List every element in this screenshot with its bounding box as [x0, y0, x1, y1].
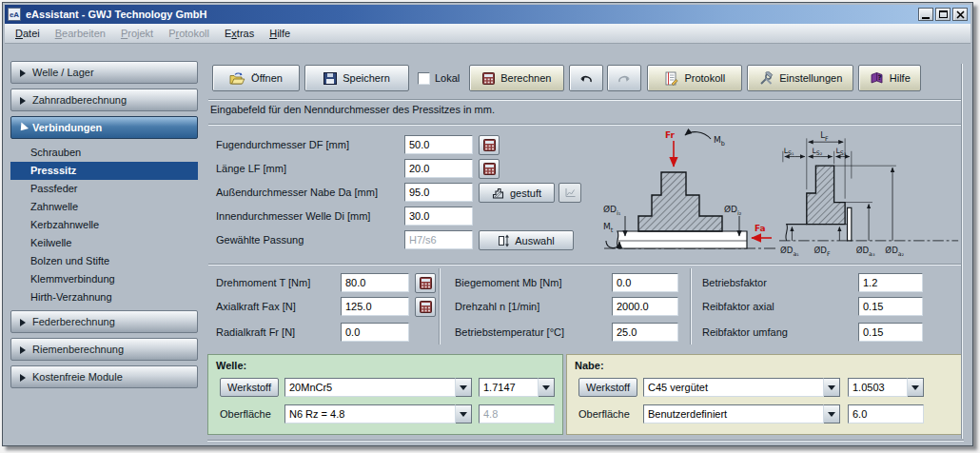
toolbar: Öffnen Speichern Lokal: [210, 64, 921, 92]
help-button[interactable]: ? Hilfe: [858, 65, 921, 91]
dropdown-button[interactable]: [539, 378, 555, 397]
da2-label: ØDa₂: [885, 246, 904, 256]
passung-input[interactable]: H7/s6: [404, 230, 473, 249]
save-button[interactable]: Speichern: [304, 65, 409, 91]
close-button[interactable]: [952, 8, 968, 21]
triangle-right-icon: [20, 97, 26, 105]
biegemoment-input[interactable]: 0.0: [612, 273, 678, 292]
sidebar-section-zahnradberechnung[interactable]: Zahnradberechnung: [10, 89, 198, 111]
drehzahl-input[interactable]: 2000.0: [612, 297, 678, 316]
drehmoment-calc-button[interactable]: [415, 273, 436, 293]
sidebar-item-kerbzahnwelle[interactable]: Kerbzahnwelle: [10, 216, 198, 234]
hub-surface-label: Oberfläche: [578, 404, 630, 423]
axialkraft-calc-button[interactable]: [415, 297, 436, 317]
settings-button[interactable]: Einstellungen: [747, 65, 853, 91]
close-icon: [956, 10, 965, 19]
di1-label: ØDi₁: [603, 205, 621, 217]
sidebar-section-kostenfreie-module[interactable]: Kostenfreie Module: [10, 365, 198, 388]
gestuft-button[interactable]: gestuft: [479, 183, 555, 203]
calculate-button[interactable]: Berechnen: [469, 65, 564, 91]
sidebar-item-passfeder[interactable]: Passfeder: [10, 180, 198, 198]
lf-dimension-label: LF: [820, 130, 829, 141]
dropdown-button[interactable]: [456, 378, 472, 397]
menu-hilfe[interactable]: Hilfe: [262, 24, 298, 44]
chevron-down-icon: [911, 385, 919, 390]
hub-material-number-value: 1.0503: [848, 378, 908, 397]
biegemoment-label: Biegemoment Mb [Nm]: [455, 273, 607, 292]
da3-label: ØDa₃: [856, 246, 875, 256]
sidebar-section-verbindungen[interactable]: Verbindungen: [10, 116, 198, 139]
sidebar-item-schrauben[interactable]: Schrauben: [10, 144, 198, 162]
screen: eA eAssistant - GWJ Technology GmbH Date…: [0, 0, 980, 453]
sidebar-section-federberechnung[interactable]: Federberechnung: [10, 310, 198, 333]
sidebar-section-welle-lager[interactable]: Welle / Lager: [10, 61, 198, 84]
redo-button[interactable]: [607, 65, 641, 91]
shaft-material-button[interactable]: Werkstoff: [220, 378, 279, 397]
menu-datei[interactable]: Datei: [8, 24, 48, 44]
radialkraft-input[interactable]: 0.0: [341, 323, 409, 342]
module-navigation: Welle / Lager Zahnradberechnung Verbindu…: [10, 61, 198, 393]
laenge-label: Länge LF [mm]: [216, 159, 402, 178]
hub-material-dropdown[interactable]: C45 vergütet: [643, 378, 840, 397]
reibfaktor-axial-label: Reibfaktor axial: [702, 297, 854, 316]
fugendurchmesser-calc-button[interactable]: [479, 135, 500, 155]
menu-extras[interactable]: Extras: [217, 24, 262, 44]
aussendurchmesser-input[interactable]: 95.0: [404, 183, 473, 202]
laenge-input[interactable]: 20.0: [404, 159, 473, 178]
sidebar-item-klemmverbindung[interactable]: Klemmverbindung: [10, 270, 198, 288]
reibfaktor-axial-input[interactable]: 0.15: [858, 297, 923, 316]
forces-diagram: Mb Fr ØDi₁ ØDi₂ Mt Fa: [602, 125, 779, 260]
betriebstemperatur-input[interactable]: 25.0: [612, 323, 678, 342]
settings-tools-icon: [758, 71, 774, 86]
dropdown-button[interactable]: [824, 378, 840, 397]
fugendurchmesser-label: Fugendurchmesser DF [mm]: [216, 135, 402, 154]
fugendurchmesser-input[interactable]: 50.0: [404, 135, 473, 154]
shaft-surface-dropdown[interactable]: N6 Rz = 4.8: [284, 404, 472, 423]
undo-button[interactable]: [569, 65, 603, 91]
sidebar-item-presssitz[interactable]: Presssitz: [10, 162, 198, 180]
sidebar-item-zahnwelle[interactable]: Zahnwelle: [10, 198, 198, 216]
separator: [208, 264, 962, 266]
drehmoment-input[interactable]: 80.0: [341, 273, 409, 292]
open-button[interactable]: Öffnen: [212, 65, 300, 91]
content-area: Welle / Lager Zahnradberechnung Verbindu…: [5, 45, 970, 443]
dropdown-button[interactable]: [456, 404, 472, 423]
drehmoment-label: Drehmoment T [Nm]: [216, 273, 338, 292]
dropdown-button[interactable]: [908, 378, 924, 397]
innendurchmesser-input[interactable]: 30.0: [404, 207, 473, 226]
shaft-surface-label: Oberfläche: [220, 404, 271, 423]
passung-label: Gewählte Passung: [216, 230, 402, 249]
shaft-material-dropdown[interactable]: 20MnCr5: [284, 378, 472, 397]
sidebar-item-hirth-verzahnung[interactable]: Hirth-Verzahnung: [10, 288, 198, 306]
reibfaktor-umfang-input[interactable]: 0.15: [858, 323, 923, 342]
hub-material-button[interactable]: Werkstoff: [578, 378, 637, 397]
protocol-notepad-icon: [664, 71, 678, 86]
local-checkbox[interactable]: [418, 72, 430, 85]
dropdown-button[interactable]: [824, 404, 840, 423]
shaft-roughness-field[interactable]: 4.8: [479, 404, 555, 423]
sidebar-item-keilwelle[interactable]: Keilwelle: [10, 234, 198, 252]
sidebar-item-bolzen-und-stifte[interactable]: Bolzen und Stifte: [10, 252, 198, 270]
maximize-icon: [939, 10, 948, 18]
maximize-button[interactable]: [935, 8, 951, 21]
auswahl-button[interactable]: Auswahl: [479, 230, 574, 250]
calculator-icon: [420, 301, 432, 313]
chevron-down-icon: [828, 385, 835, 390]
shaft-material-number-dropdown[interactable]: 1.7147: [479, 378, 555, 397]
laenge-calc-button[interactable]: [479, 159, 500, 179]
panel-edge: [961, 64, 963, 439]
da1-label: ØDa₁: [780, 246, 799, 256]
title-bar: eA eAssistant - GWJ Technology GmbH: [5, 5, 970, 24]
betriebsfaktor-label: Betriebsfaktor: [702, 273, 854, 292]
sidebar-section-riemenberechnung[interactable]: Riemenberechnung: [10, 338, 198, 361]
axialkraft-input[interactable]: 125.0: [341, 297, 409, 316]
betriebsfaktor-input[interactable]: 1.2: [858, 273, 923, 292]
hub-roughness-field[interactable]: 6.0: [848, 404, 924, 423]
hub-material-number-dropdown[interactable]: 1.0503: [848, 378, 924, 397]
protocol-button[interactable]: Protokoll: [647, 65, 742, 91]
local-checkbox-label: Lokal: [435, 72, 460, 84]
minimize-button[interactable]: [918, 8, 933, 21]
di2-label: ØDi₂: [724, 205, 742, 217]
hub-surface-dropdown[interactable]: Benutzerdefiniert: [643, 404, 840, 423]
calculator-icon: [482, 72, 495, 85]
